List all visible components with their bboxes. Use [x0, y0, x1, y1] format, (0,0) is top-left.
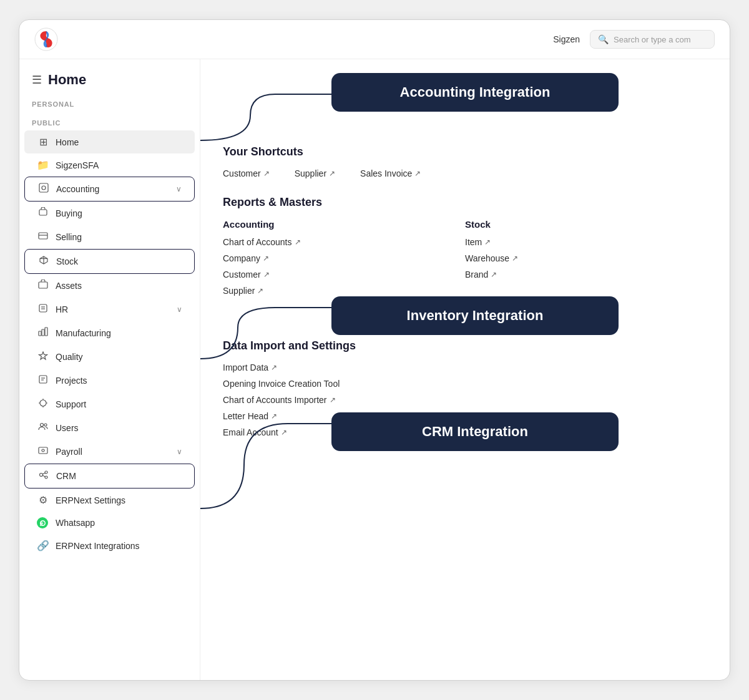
sidebar-item-payroll[interactable]: Payroll ∨ — [24, 440, 195, 464]
sidebar-item-home-label: Home — [56, 137, 182, 147]
sidebar-item-support[interactable]: Support — [24, 392, 195, 416]
navbar: Sigzen 🔍 Search or type a com — [19, 20, 730, 59]
sidebar-item-accounting[interactable]: Accounting ∨ — [24, 177, 195, 202]
svg-point-23 — [45, 471, 47, 474]
sidebar-item-projects[interactable]: Projects — [24, 369, 195, 392]
public-section-label: PUBLIC — [19, 117, 200, 130]
assets-icon — [37, 280, 49, 292]
sidebar-item-selling[interactable]: Selling — [24, 225, 195, 249]
sidebar-item-assets[interactable]: Assets — [24, 274, 195, 298]
shortcut-customer-label: Customer — [223, 168, 261, 178]
sidebar-item-stock[interactable]: Stock — [24, 249, 195, 274]
svg-point-24 — [45, 476, 47, 479]
reports-section: Reports & Masters Accounting Chart of Ac… — [223, 196, 707, 302]
sidebar-item-sigzensfa[interactable]: 📁 SigzenSFA — [24, 153, 195, 177]
quality-icon — [37, 351, 49, 363]
app-logo — [34, 27, 58, 51]
reports-heading: Reports & Masters — [223, 196, 707, 209]
crm-icon — [37, 470, 50, 482]
link-opening-invoice[interactable]: Opening Invoice Creation Tool — [223, 379, 707, 389]
customer-label: Customer — [223, 270, 261, 280]
link-customer[interactable]: Customer ↗ — [223, 270, 465, 280]
hr-chevron-icon: ∨ — [177, 305, 182, 314]
chart-importer-arrow: ↗ — [330, 396, 336, 404]
shortcut-customer[interactable]: Customer ↗ — [223, 168, 270, 178]
link-company[interactable]: Company ↗ — [223, 253, 465, 263]
svg-point-22 — [40, 474, 43, 477]
letter-head-arrow: ↗ — [271, 412, 277, 420]
whatsapp-icon — [37, 517, 49, 528]
sidebar-item-erpnext-integrations[interactable]: 🔗 ERPNext Integrations — [24, 534, 195, 557]
inventory-integration-badge: Inventory Integration — [331, 296, 619, 335]
whatsapp-dot — [37, 517, 48, 528]
sidebar-item-crm[interactable]: CRM — [24, 464, 195, 489]
svg-rect-20 — [39, 447, 47, 454]
crm-integration-badge: CRM Integration — [331, 412, 619, 451]
svg-point-18 — [41, 424, 44, 427]
sidebar-item-whatsapp[interactable]: Whatsapp — [24, 512, 195, 534]
data-import-heading: Data Import and Settings — [223, 339, 707, 352]
sidebar-item-support-label: Support — [56, 399, 182, 409]
hr-icon — [37, 303, 49, 316]
svg-rect-13 — [42, 329, 44, 336]
sidebar-item-stock-label: Stock — [56, 256, 182, 266]
chart-of-accounts-arrow: ↗ — [295, 238, 301, 246]
shortcut-supplier[interactable]: Supplier ↗ — [295, 168, 335, 178]
sidebar-item-home[interactable]: ⊞ Home — [24, 130, 195, 153]
shortcut-sales-invoice-label: Sales Invoice — [360, 168, 412, 178]
customer-arrow: ↗ — [263, 270, 270, 279]
stock-icon — [37, 255, 50, 268]
link-supplier[interactable]: Supplier ↗ — [223, 286, 465, 296]
sidebar-item-users[interactable]: Users — [24, 416, 195, 440]
sidebar-item-quality[interactable]: Quality — [24, 345, 195, 369]
search-bar[interactable]: 🔍 Search or type a com — [590, 30, 715, 49]
shortcuts-section: Your Shortcuts Customer ↗ Supplier ↗ Sal… — [223, 145, 707, 178]
search-icon: 🔍 — [598, 34, 609, 44]
svg-point-19 — [44, 424, 47, 426]
svg-line-26 — [42, 475, 45, 477]
hamburger-icon[interactable]: ☰ — [32, 73, 42, 87]
sidebar-item-hr[interactable]: HR ∨ — [24, 298, 195, 321]
accounting-col-title: Accounting — [223, 219, 465, 230]
link-item[interactable]: Item ↗ — [465, 237, 707, 247]
opening-invoice-label: Opening Invoice Creation Tool — [223, 379, 340, 389]
sidebar-item-sigzensfa-label: SigzenSFA — [56, 160, 182, 170]
accounting-col: Accounting Chart of Accounts ↗ Company ↗… — [223, 219, 465, 302]
supplier-label: Supplier — [223, 286, 255, 296]
sidebar-item-buying[interactable]: Buying — [24, 202, 195, 225]
sidebar-item-whatsapp-label: Whatsapp — [56, 518, 182, 528]
sidebar: ☰ Home PERSONAL PUBLIC ⊞ Home 📁 SigzenSF… — [19, 59, 200, 680]
buying-icon — [37, 207, 49, 220]
svg-rect-8 — [39, 282, 47, 288]
sidebar-item-crm-label: CRM — [56, 471, 182, 481]
payroll-chevron-icon: ∨ — [177, 447, 182, 456]
shortcut-sales-invoice-arrow: ↗ — [414, 169, 421, 178]
warehouse-label: Warehouse — [465, 253, 509, 263]
username: Sigzen — [553, 34, 580, 44]
sidebar-item-manufacturing[interactable]: Manufacturing — [24, 321, 195, 345]
svg-rect-9 — [39, 304, 47, 312]
sidebar-item-payroll-label: Payroll — [56, 447, 170, 457]
link-chart-of-accounts[interactable]: Chart of Accounts ↗ — [223, 237, 465, 247]
personal-section-label: PERSONAL — [19, 98, 200, 112]
sidebar-item-erpnext-settings-label: ERPNext Settings — [56, 495, 182, 505]
accounting-icon — [37, 183, 50, 195]
folder-icon: 📁 — [37, 159, 49, 171]
svg-rect-1 — [39, 183, 48, 192]
reports-grid: Accounting Chart of Accounts ↗ Company ↗… — [223, 219, 707, 302]
main-layout: ☰ Home PERSONAL PUBLIC ⊞ Home 📁 SigzenSF… — [19, 59, 730, 680]
sidebar-item-buying-label: Buying — [56, 208, 182, 218]
link-brand[interactable]: Brand ↗ — [465, 270, 707, 280]
item-label: Item — [465, 237, 482, 247]
integrations-icon: 🔗 — [37, 540, 49, 552]
link-chart-importer[interactable]: Chart of Accounts Importer ↗ — [223, 395, 707, 405]
shortcut-sales-invoice[interactable]: Sales Invoice ↗ — [360, 168, 421, 178]
sidebar-item-erpnext-settings[interactable]: ⚙ ERPNext Settings — [24, 489, 195, 512]
import-data-label: Import Data — [223, 362, 268, 372]
link-import-data[interactable]: Import Data ↗ — [223, 362, 707, 372]
sidebar-item-selling-label: Selling — [56, 232, 182, 242]
company-label: Company — [223, 253, 260, 263]
email-account-arrow: ↗ — [281, 428, 287, 437]
shortcut-customer-arrow: ↗ — [263, 169, 270, 178]
link-warehouse[interactable]: Warehouse ↗ — [465, 253, 707, 263]
